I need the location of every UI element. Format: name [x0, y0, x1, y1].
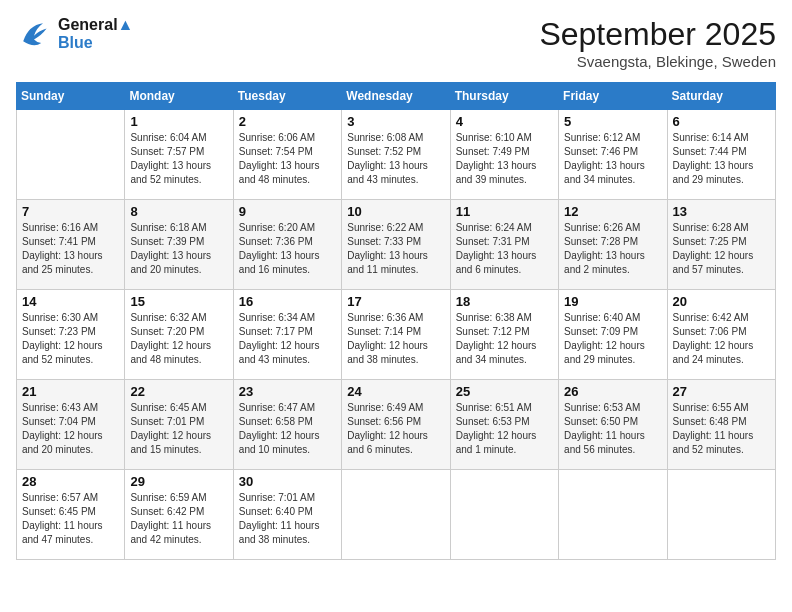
day-info-line: Daylight: 11 hours [239, 520, 320, 531]
day-info-line: Sunset: 7:54 PM [239, 146, 313, 157]
day-info-line: Sunset: 6:40 PM [239, 506, 313, 517]
day-number: 8 [130, 204, 227, 219]
calendar-day-cell: 9Sunrise: 6:20 AMSunset: 7:36 PMDaylight… [233, 200, 341, 290]
day-info: Sunrise: 6:57 AMSunset: 6:45 PMDaylight:… [22, 491, 119, 547]
day-info: Sunrise: 7:01 AMSunset: 6:40 PMDaylight:… [239, 491, 336, 547]
day-info-line: Sunrise: 6:04 AM [130, 132, 206, 143]
day-info-line: Sunset: 7:17 PM [239, 326, 313, 337]
title-block: September 2025 Svaengsta, Blekinge, Swed… [539, 16, 776, 70]
day-info: Sunrise: 6:45 AMSunset: 7:01 PMDaylight:… [130, 401, 227, 457]
day-info-line: Daylight: 11 hours [22, 520, 103, 531]
day-info: Sunrise: 6:12 AMSunset: 7:46 PMDaylight:… [564, 131, 661, 187]
day-info-line: Daylight: 13 hours [564, 160, 645, 171]
calendar-day-cell: 5Sunrise: 6:12 AMSunset: 7:46 PMDaylight… [559, 110, 667, 200]
day-info-line: Sunrise: 6:38 AM [456, 312, 532, 323]
day-info: Sunrise: 6:53 AMSunset: 6:50 PMDaylight:… [564, 401, 661, 457]
day-info: Sunrise: 6:08 AMSunset: 7:52 PMDaylight:… [347, 131, 444, 187]
day-info-line: Sunrise: 6:59 AM [130, 492, 206, 503]
day-info-line: Sunset: 7:33 PM [347, 236, 421, 247]
day-info: Sunrise: 6:51 AMSunset: 6:53 PMDaylight:… [456, 401, 553, 457]
day-info-line: Sunset: 7:39 PM [130, 236, 204, 247]
day-info: Sunrise: 6:42 AMSunset: 7:06 PMDaylight:… [673, 311, 770, 367]
day-info-line: Sunrise: 6:24 AM [456, 222, 532, 233]
day-info-line: Sunset: 7:06 PM [673, 326, 747, 337]
day-info-line: Sunrise: 6:18 AM [130, 222, 206, 233]
day-info-line: Sunset: 7:12 PM [456, 326, 530, 337]
day-info-line: Sunset: 7:28 PM [564, 236, 638, 247]
day-info: Sunrise: 6:38 AMSunset: 7:12 PMDaylight:… [456, 311, 553, 367]
day-info-line: Sunset: 6:53 PM [456, 416, 530, 427]
calendar-day-cell: 30Sunrise: 7:01 AMSunset: 6:40 PMDayligh… [233, 470, 341, 560]
day-info-line: Sunrise: 6:32 AM [130, 312, 206, 323]
day-info-line: Sunrise: 6:42 AM [673, 312, 749, 323]
day-info-line: and 1 minute. [456, 444, 517, 455]
day-info-line: and 2 minutes. [564, 264, 630, 275]
day-info-line: and 34 minutes. [456, 354, 527, 365]
weekday-header: Friday [559, 83, 667, 110]
calendar-day-cell: 8Sunrise: 6:18 AMSunset: 7:39 PMDaylight… [125, 200, 233, 290]
day-number: 11 [456, 204, 553, 219]
logo-icon [16, 16, 52, 52]
day-info-line: Sunrise: 6:57 AM [22, 492, 98, 503]
weekday-header: Wednesday [342, 83, 450, 110]
logo-text: General▲ Blue [58, 16, 133, 52]
day-info-line: and 52 minutes. [673, 444, 744, 455]
day-number: 19 [564, 294, 661, 309]
day-info-line: Daylight: 13 hours [239, 250, 320, 261]
day-info-line: Sunrise: 6:53 AM [564, 402, 640, 413]
day-info-line: Daylight: 12 hours [239, 430, 320, 441]
day-info-line: Daylight: 13 hours [347, 250, 428, 261]
weekday-header: Sunday [17, 83, 125, 110]
day-info-line: Sunrise: 7:01 AM [239, 492, 315, 503]
day-info-line: Sunset: 7:20 PM [130, 326, 204, 337]
day-info-line: and 56 minutes. [564, 444, 635, 455]
day-number: 10 [347, 204, 444, 219]
day-info-line: and 10 minutes. [239, 444, 310, 455]
day-number: 17 [347, 294, 444, 309]
day-info-line: Sunset: 7:04 PM [22, 416, 96, 427]
calendar-day-cell: 7Sunrise: 6:16 AMSunset: 7:41 PMDaylight… [17, 200, 125, 290]
day-number: 22 [130, 384, 227, 399]
location: Svaengsta, Blekinge, Sweden [539, 53, 776, 70]
day-number: 24 [347, 384, 444, 399]
calendar-day-cell [17, 110, 125, 200]
day-info-line: Daylight: 11 hours [564, 430, 645, 441]
day-info-line: Sunset: 7:57 PM [130, 146, 204, 157]
day-info-line: and 24 minutes. [673, 354, 744, 365]
weekday-header: Tuesday [233, 83, 341, 110]
day-info-line: Daylight: 13 hours [22, 250, 103, 261]
day-info-line: Sunrise: 6:20 AM [239, 222, 315, 233]
day-number: 1 [130, 114, 227, 129]
day-info-line: and 48 minutes. [239, 174, 310, 185]
day-info-line: and 34 minutes. [564, 174, 635, 185]
day-info-line: Sunrise: 6:30 AM [22, 312, 98, 323]
day-info-line: Sunset: 7:41 PM [22, 236, 96, 247]
day-info-line: Daylight: 11 hours [130, 520, 211, 531]
day-number: 2 [239, 114, 336, 129]
day-info-line: Daylight: 13 hours [347, 160, 428, 171]
day-info-line: and 48 minutes. [130, 354, 201, 365]
calendar-week-row: 7Sunrise: 6:16 AMSunset: 7:41 PMDaylight… [17, 200, 776, 290]
day-number: 21 [22, 384, 119, 399]
day-info-line: Sunrise: 6:16 AM [22, 222, 98, 233]
day-number: 14 [22, 294, 119, 309]
day-info-line: Daylight: 11 hours [673, 430, 754, 441]
page-header: General▲ Blue September 2025 Svaengsta, … [16, 16, 776, 70]
day-info-line: Daylight: 12 hours [130, 340, 211, 351]
day-info-line: Daylight: 12 hours [347, 340, 428, 351]
day-info-line: Sunset: 7:44 PM [673, 146, 747, 157]
day-info-line: Daylight: 12 hours [564, 340, 645, 351]
day-info: Sunrise: 6:04 AMSunset: 7:57 PMDaylight:… [130, 131, 227, 187]
day-info: Sunrise: 6:22 AMSunset: 7:33 PMDaylight:… [347, 221, 444, 277]
day-info-line: Daylight: 13 hours [673, 160, 754, 171]
calendar-day-cell: 21Sunrise: 6:43 AMSunset: 7:04 PMDayligh… [17, 380, 125, 470]
calendar-day-cell [667, 470, 775, 560]
day-info-line: and 42 minutes. [130, 534, 201, 545]
calendar-day-cell: 28Sunrise: 6:57 AMSunset: 6:45 PMDayligh… [17, 470, 125, 560]
calendar-day-cell [559, 470, 667, 560]
day-info-line: Sunrise: 6:36 AM [347, 312, 423, 323]
calendar-day-cell: 22Sunrise: 6:45 AMSunset: 7:01 PMDayligh… [125, 380, 233, 470]
day-number: 23 [239, 384, 336, 399]
day-info: Sunrise: 6:55 AMSunset: 6:48 PMDaylight:… [673, 401, 770, 457]
day-info: Sunrise: 6:10 AMSunset: 7:49 PMDaylight:… [456, 131, 553, 187]
